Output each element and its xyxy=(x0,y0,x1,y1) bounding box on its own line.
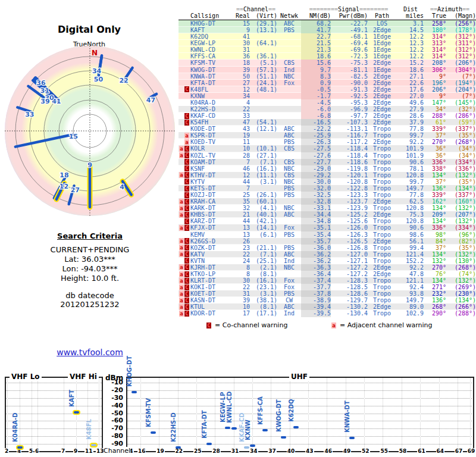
cell-true: 134° xyxy=(424,218,446,224)
cell-miles: 149.7 xyxy=(396,297,424,303)
cell-virt: (42.1) xyxy=(250,218,277,224)
station-marker xyxy=(250,445,255,447)
table-row: aCKHBS-DT21(40.1)ABC-34.4-125.22Edge75.3… xyxy=(178,211,476,218)
cell-path: 2Edge xyxy=(368,86,396,93)
x-tick-label: 11 xyxy=(84,448,93,454)
cell-path: 2Edge xyxy=(368,271,396,277)
co-channel-marker: C xyxy=(184,298,189,303)
cell-miles: 17.6 xyxy=(396,86,424,93)
cell-pwr: -90.0 xyxy=(331,80,368,86)
cell-callsign: K54FH xyxy=(190,119,234,126)
cell-netwk: PBS xyxy=(277,231,301,238)
warning-markers: C xyxy=(178,192,190,198)
cell-pwr: -118.4 xyxy=(331,145,368,152)
cell-real: 33 xyxy=(234,112,250,119)
cell-callsign: KOZJ-DT xyxy=(190,192,234,198)
cell-nm: -4.5 xyxy=(301,99,331,106)
cell-miles: 22.6 xyxy=(396,80,424,86)
cell-nm: -39.5 xyxy=(301,310,331,317)
cell-nm: -32.8 xyxy=(301,198,331,205)
cell-netwk: PBS xyxy=(277,192,301,198)
table-row: aCKARK-DT32(4.1)NBC-33.1-123.9Tropo120.8… xyxy=(178,205,476,211)
table-row: CKARZ-DT44(42.1)-34.8-125.6Tropo120.8134… xyxy=(178,218,476,224)
cell-magn: (311°) xyxy=(446,40,476,46)
cell-miles: 99.7 xyxy=(396,132,424,139)
cell-nm: -22.2 xyxy=(301,126,331,132)
x-tick-label: 25 xyxy=(193,448,202,454)
longitude-value: Lon: -94.03*** xyxy=(15,264,164,273)
cell-callsign: KDOR-DT xyxy=(190,310,234,317)
cell-virt: (40.1) xyxy=(250,211,277,218)
cell-magn: (312°) xyxy=(446,46,476,53)
cell-callsign: KJRH-DT xyxy=(190,264,234,271)
cell-pwr: -130.2 xyxy=(331,303,368,310)
co-channel-marker: C xyxy=(184,258,189,264)
cell-miles: 99.4 xyxy=(396,245,424,251)
cell-nm: 0.9 xyxy=(301,80,331,86)
cell-path: 2Edge xyxy=(368,303,396,310)
cell-magn: (286°) xyxy=(446,112,476,119)
cell-magn: (204°) xyxy=(446,86,476,93)
cell-virt: (13.1) xyxy=(250,27,277,33)
table-row: KNWA-DT50(51.1)NBC8.3-82.52Edge27.19°(7°… xyxy=(178,73,476,80)
co-channel-marker: C xyxy=(184,120,189,126)
cell-real: 4 xyxy=(234,99,250,106)
cell-miles: 120.8 xyxy=(396,205,424,211)
cell-pwr: -72.3 xyxy=(331,53,368,60)
cell-virt xyxy=(250,132,277,139)
cell-real: 44 xyxy=(234,179,250,185)
cell-path: Tropo xyxy=(368,185,396,192)
cell-magn: (334°) xyxy=(446,224,476,231)
cell-true: 336° xyxy=(424,159,446,165)
radar-ring xyxy=(59,100,121,162)
table-row: CKSNF46(16.1)NBC-29.0-119.8Tropo78.1338°… xyxy=(178,165,476,172)
co-channel-marker: C xyxy=(184,264,189,270)
cell-true: 208° xyxy=(424,60,446,66)
cell-virt: (3.1) xyxy=(250,179,277,185)
y-tick-label: -30 xyxy=(105,394,123,402)
cell-miles: 92.4 xyxy=(396,284,424,290)
cell-nm: 18.6 xyxy=(301,53,331,60)
warning-markers: C xyxy=(178,112,190,119)
cell-path: Tropo xyxy=(368,290,396,297)
cell-callsign: KNWA-DT xyxy=(190,73,234,80)
table-row: KFTA-DT27(24.1)Fox0.9-90.02Edge22.6196°(… xyxy=(178,80,476,86)
co-channel-marker: C xyxy=(184,172,189,178)
dbm-axis-label: dBm xyxy=(105,374,123,382)
cell-nm: 21.3 xyxy=(301,46,331,53)
cell-true: 270° xyxy=(424,264,446,271)
cell-callsign: KLRT-DT xyxy=(190,277,234,284)
cell-virt xyxy=(250,112,277,119)
gridline-v xyxy=(128,378,129,450)
cell-magn: (35°) xyxy=(446,179,476,185)
cell-path: 2Edge xyxy=(368,198,396,205)
adjacent-channel-marker: a xyxy=(179,146,184,152)
cell-virt: (38.1) xyxy=(250,297,277,303)
table-row: KWOG-DT39(57.1)Ind9.7-81.11Edge18.6306°(… xyxy=(178,67,476,73)
cell-true: 339° xyxy=(424,192,446,198)
cell-callsign: KEMV xyxy=(190,231,234,238)
table-row: CKOAM-DT7(7.1)CBS-27.7-118.6Tropo90.6336… xyxy=(178,159,476,165)
cell-real: 18 xyxy=(234,60,250,66)
cell-magn: (178°) xyxy=(446,27,476,33)
radar-channel-label: 18 xyxy=(60,171,68,179)
cell-miles: 92.2 xyxy=(396,139,424,145)
cell-true: 196° xyxy=(424,80,446,86)
cell-nm: -36.2 xyxy=(301,258,331,264)
tvfool-link[interactable]: www.tvfool.com xyxy=(15,348,164,357)
cell-magn: (32°) xyxy=(446,106,476,112)
cell-real: 19 xyxy=(234,132,250,139)
cell-true: 36° xyxy=(424,145,446,152)
cell-callsign: KODE-DT xyxy=(190,126,234,132)
cell-virt: (8.1) xyxy=(250,303,277,310)
cell-virt: (54.1) xyxy=(250,119,277,126)
cell-netwk xyxy=(277,40,301,46)
vhf-hi-label: VHF Hi xyxy=(68,373,99,381)
station-label: KHOG-DT xyxy=(126,356,133,387)
cell-callsign: KOLR xyxy=(190,145,234,152)
co-channel-legend-text: = Co-channel warning xyxy=(215,321,287,329)
cell-virt: (27.1) xyxy=(250,152,277,159)
cell-true: 180° xyxy=(424,27,446,33)
cell-true: 84° xyxy=(424,238,446,245)
station-label: KWOG-DT xyxy=(275,399,282,432)
